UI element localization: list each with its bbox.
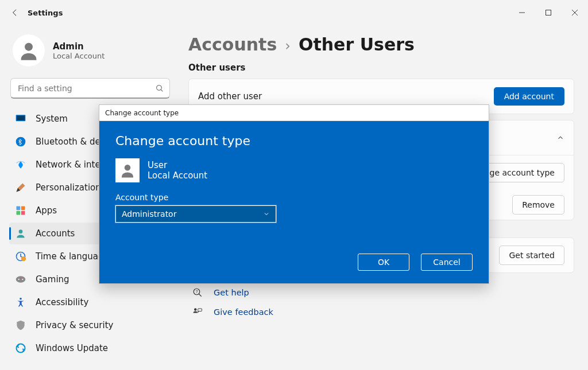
privacy-icon xyxy=(15,320,26,331)
nav-label: Accessibility xyxy=(36,297,88,307)
svg-rect-27 xyxy=(198,309,202,311)
apps-icon xyxy=(15,205,26,216)
dialog-titlebar: Change account type xyxy=(99,105,489,121)
minimize-button[interactable] xyxy=(509,0,535,25)
give-feedback-link[interactable]: Give feedback xyxy=(214,307,273,317)
svg-point-21 xyxy=(20,298,22,300)
nav-label: Time & language xyxy=(36,251,109,262)
chevron-right-icon: › xyxy=(285,38,291,54)
profile-header[interactable]: Admin Local Account xyxy=(9,31,171,75)
nav-label: Accounts xyxy=(36,228,75,239)
dialog-user-name: User xyxy=(148,160,207,170)
dialog-actions: OK Cancel xyxy=(115,254,473,271)
svg-text:?: ? xyxy=(196,290,198,294)
nav-label: Privacy & security xyxy=(36,320,113,330)
get-help-link[interactable]: Get help xyxy=(214,288,249,297)
svg-point-17 xyxy=(16,276,26,283)
profile-subtext: Local Account xyxy=(53,52,105,60)
nav-label: Windows Update xyxy=(36,343,108,353)
get-help-row: ? Get help xyxy=(188,287,574,298)
help-links: ? Get help Give feedback xyxy=(188,287,574,318)
svg-rect-12 xyxy=(17,211,21,215)
avatar-icon xyxy=(13,34,45,67)
dialog-heading: Change account type xyxy=(115,134,473,148)
account-type-selected-value: Administrator xyxy=(122,209,176,219)
dialog-field-label: Account type xyxy=(115,193,473,202)
dialog-window-title: Change account type xyxy=(105,109,179,117)
cancel-button[interactable]: Cancel xyxy=(421,254,473,271)
time-language-icon xyxy=(15,251,26,262)
dialog-user-block: User Local Account xyxy=(115,158,473,182)
gaming-icon xyxy=(15,274,26,285)
svg-point-26 xyxy=(194,308,197,311)
svg-rect-8 xyxy=(17,116,25,120)
accessibility-icon xyxy=(15,297,26,308)
dialog-user-sub: Local Account xyxy=(148,170,207,181)
bluetooth-icon xyxy=(15,136,26,147)
nav-label: System xyxy=(36,114,68,124)
ok-button[interactable]: OK xyxy=(358,254,409,271)
nav-item-accessibility[interactable]: Accessibility xyxy=(9,291,171,313)
search-icon xyxy=(155,84,164,93)
dialog-avatar-icon xyxy=(115,158,140,182)
change-account-type-dialog: Change account type Change account type … xyxy=(99,104,489,284)
feedback-icon xyxy=(192,306,203,318)
svg-point-16 xyxy=(21,256,26,261)
svg-rect-13 xyxy=(21,211,25,215)
svg-line-24 xyxy=(199,294,202,297)
add-account-button[interactable]: Add account xyxy=(494,87,564,106)
system-icon xyxy=(15,113,26,124)
svg-point-14 xyxy=(19,229,23,233)
personalization-icon xyxy=(15,182,26,193)
svg-point-20 xyxy=(20,278,21,279)
svg-point-18 xyxy=(18,279,20,280)
network-icon xyxy=(15,159,26,170)
breadcrumb-current: Other Users xyxy=(299,34,415,54)
nav-label: Gaming xyxy=(36,274,69,285)
svg-line-6 xyxy=(161,89,163,91)
breadcrumb: Accounts › Other Users xyxy=(188,34,574,54)
nav-label: Apps xyxy=(36,205,57,216)
maximize-button[interactable] xyxy=(535,0,562,25)
remove-button[interactable]: Remove xyxy=(512,195,564,215)
get-started-button[interactable]: Get started xyxy=(499,246,564,265)
svg-point-4 xyxy=(25,43,33,51)
svg-rect-10 xyxy=(17,207,21,211)
back-button[interactable] xyxy=(3,1,26,24)
window-title: Settings xyxy=(28,9,63,17)
window-controls xyxy=(509,0,588,25)
svg-point-28 xyxy=(125,165,131,171)
svg-point-19 xyxy=(22,279,23,280)
nav-item-privacy[interactable]: Privacy & security xyxy=(9,314,171,336)
titlebar: Settings xyxy=(0,0,588,25)
nav-label: Personalization xyxy=(36,182,101,193)
breadcrumb-parent[interactable]: Accounts xyxy=(188,34,277,54)
account-type-select[interactable]: Administrator xyxy=(115,205,276,223)
help-icon: ? xyxy=(192,287,203,298)
chevron-up-icon xyxy=(556,134,564,142)
row-label: Add other user xyxy=(198,91,262,102)
search-container xyxy=(10,78,170,99)
search-input[interactable] xyxy=(10,78,170,99)
svg-point-5 xyxy=(157,85,162,91)
accounts-icon xyxy=(15,228,26,239)
close-button[interactable] xyxy=(562,0,588,25)
section-heading: Other users xyxy=(188,63,574,73)
give-feedback-row: Give feedback xyxy=(188,306,574,318)
svg-rect-11 xyxy=(21,207,25,211)
profile-name: Admin xyxy=(53,41,105,52)
nav-item-windows-update[interactable]: Windows Update xyxy=(9,337,171,359)
chevron-down-icon xyxy=(263,211,270,217)
windows-update-icon xyxy=(15,342,26,354)
svg-rect-1 xyxy=(546,10,551,15)
